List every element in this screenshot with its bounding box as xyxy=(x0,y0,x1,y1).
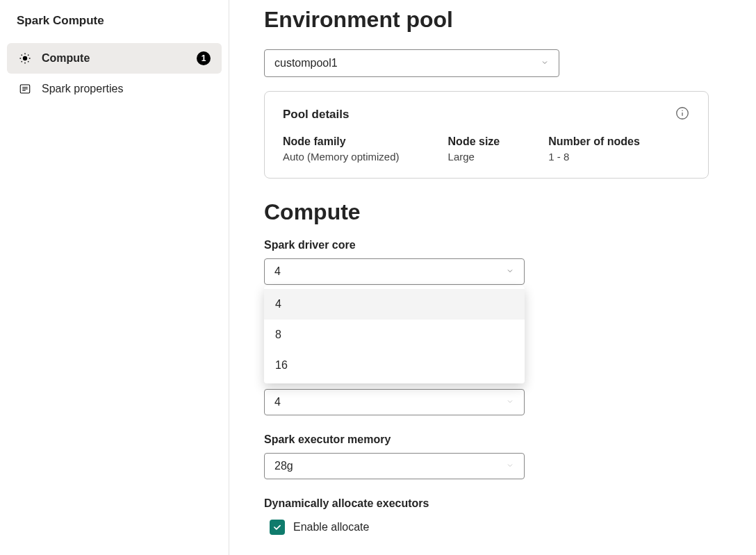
node-family-value: Auto (Memory optimized) xyxy=(283,151,400,163)
sidebar: Spark Compute Compute 1 Spark prope xyxy=(0,0,229,555)
sidebar-item-compute[interactable]: Compute 1 xyxy=(7,43,222,74)
pool-select-value: custompool1 xyxy=(274,57,541,69)
executor-core-value: 4 xyxy=(274,396,506,408)
info-icon[interactable] xyxy=(675,106,690,123)
pool-details-card: Pool details Node family Auto (Memory op… xyxy=(264,91,709,179)
executor-core-select-wrap: 4 xyxy=(264,389,525,415)
driver-core-dropdown: 4 8 16 xyxy=(264,286,525,383)
list-icon xyxy=(18,82,32,96)
gear-icon xyxy=(18,51,32,65)
sidebar-item-label: Spark properties xyxy=(42,83,211,95)
dropdown-option[interactable]: 8 xyxy=(264,320,525,350)
executor-core-select[interactable]: 4 xyxy=(264,389,525,415)
enable-allocate-checkbox[interactable] xyxy=(270,520,285,535)
driver-core-value: 4 xyxy=(274,265,506,278)
chevron-down-icon xyxy=(506,396,514,408)
node-count-label: Number of nodes xyxy=(548,135,640,148)
compute-heading: Compute xyxy=(264,199,714,225)
executor-memory-value: 28g xyxy=(274,460,506,472)
pool-details-title: Pool details xyxy=(283,108,675,122)
pool-select-wrap: custompool1 xyxy=(264,49,559,77)
env-pool-heading: Environment pool xyxy=(264,7,714,33)
dynamic-alloc-label: Dynamically allocate executors xyxy=(264,497,714,510)
node-size-label: Node size xyxy=(448,135,500,148)
executor-memory-select[interactable]: 28g xyxy=(264,453,525,479)
executor-memory-label: Spark executor memory xyxy=(264,433,714,446)
driver-core-select[interactable]: 4 xyxy=(264,258,525,285)
dropdown-option[interactable]: 4 xyxy=(264,289,525,320)
chevron-down-icon xyxy=(506,460,514,472)
node-count: Number of nodes 1 - 8 xyxy=(548,135,640,163)
dropdown-option[interactable]: 16 xyxy=(264,350,525,381)
node-count-value: 1 - 8 xyxy=(548,151,640,163)
enable-allocate-label: Enable allocate xyxy=(293,521,369,533)
sidebar-item-spark-properties[interactable]: Spark properties xyxy=(7,74,222,104)
badge: 1 xyxy=(197,51,211,65)
pool-select[interactable]: custompool1 xyxy=(264,49,559,77)
executor-memory-select-wrap: 28g xyxy=(264,453,525,479)
chevron-down-icon xyxy=(506,265,514,278)
node-family: Node family Auto (Memory optimized) xyxy=(283,135,400,163)
node-size-value: Large xyxy=(448,151,500,163)
driver-core-select-wrap: 4 4 8 16 xyxy=(264,258,525,285)
chevron-down-icon xyxy=(541,57,549,69)
driver-core-label: Spark driver core xyxy=(264,239,714,251)
svg-point-0 xyxy=(24,57,27,60)
enable-allocate-row: Enable allocate xyxy=(270,520,714,535)
sidebar-item-label: Compute xyxy=(42,52,187,65)
node-size: Node size Large xyxy=(448,135,500,163)
node-family-label: Node family xyxy=(283,135,400,148)
main-content: Environment pool custompool1 Pool detail… xyxy=(229,0,756,555)
sidebar-title: Spark Compute xyxy=(17,14,222,28)
svg-point-7 xyxy=(682,110,682,111)
